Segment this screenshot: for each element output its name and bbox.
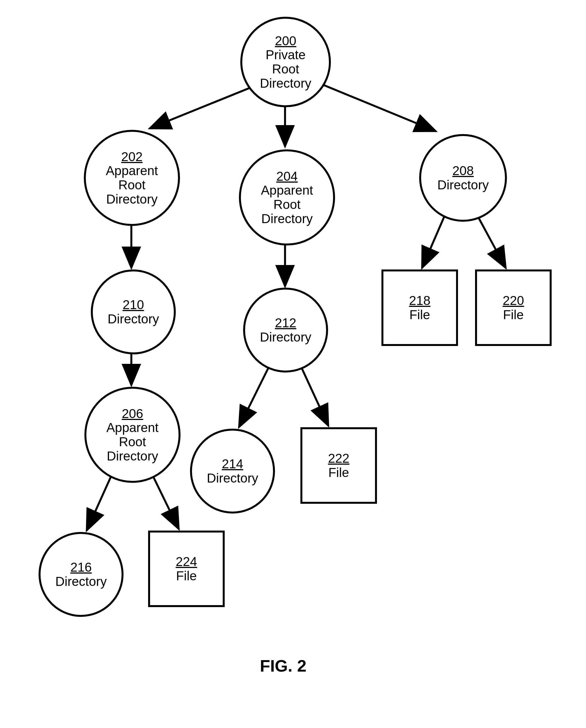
node-file-220: 220 File [475, 269, 552, 346]
node-number: 206 [122, 407, 143, 421]
node-directory-214: 214 Directory [190, 428, 275, 514]
node-label: File [409, 308, 430, 322]
node-label: Directory [437, 178, 489, 192]
node-label: ApparentRootDirectory [106, 164, 158, 206]
node-label: Directory [55, 574, 107, 589]
node-directory-208: 208 Directory [419, 134, 507, 222]
node-number: 222 [328, 451, 349, 466]
figure-label: FIG. 2 [260, 656, 307, 676]
node-apparent-root-directory-204: 204 ApparentRootDirectory [239, 149, 335, 245]
svg-line-2 [317, 82, 436, 131]
node-number: 200 [275, 34, 296, 48]
node-file-222: 222 File [300, 427, 377, 504]
node-label: Directory [107, 312, 159, 326]
node-directory-210: 210 Directory [91, 269, 176, 354]
node-number: 208 [453, 164, 474, 178]
node-number: 214 [222, 457, 243, 471]
svg-line-8 [239, 365, 270, 427]
svg-line-10 [87, 475, 112, 530]
node-label: File [328, 466, 349, 480]
node-label: File [176, 569, 197, 583]
node-number: 218 [409, 293, 431, 308]
svg-line-5 [422, 216, 444, 268]
node-file-218: 218 File [382, 269, 458, 346]
node-number: 204 [276, 169, 298, 183]
svg-line-6 [478, 216, 506, 268]
node-file-224: 224 File [148, 530, 225, 607]
svg-line-11 [152, 475, 179, 529]
node-number: 210 [123, 298, 144, 312]
node-label: Directory [260, 330, 311, 344]
node-label: ApparentRootDirectory [106, 420, 159, 463]
node-number: 216 [70, 560, 92, 574]
diagram-canvas: 200 PrivateRootDirectory 202 ApparentRoo… [0, 0, 586, 728]
node-apparent-root-directory-206: 206 ApparentRootDirectory [84, 387, 180, 483]
node-number: 220 [503, 293, 524, 308]
node-label: PrivateRootDirectory [260, 48, 311, 90]
node-label: File [503, 308, 524, 322]
node-private-root-directory: 200 PrivateRootDirectory [240, 17, 331, 107]
node-number: 202 [121, 150, 143, 164]
svg-line-9 [300, 365, 328, 426]
node-apparent-root-directory-202: 202 ApparentRootDirectory [84, 130, 180, 226]
node-label: ApparentRootDirectory [261, 183, 313, 226]
node-directory-212: 212 Directory [243, 288, 328, 372]
node-number: 212 [275, 316, 296, 330]
node-number: 224 [176, 554, 197, 569]
node-directory-216: 216 Directory [39, 532, 123, 617]
svg-line-0 [149, 85, 257, 128]
node-label: Directory [207, 471, 258, 485]
